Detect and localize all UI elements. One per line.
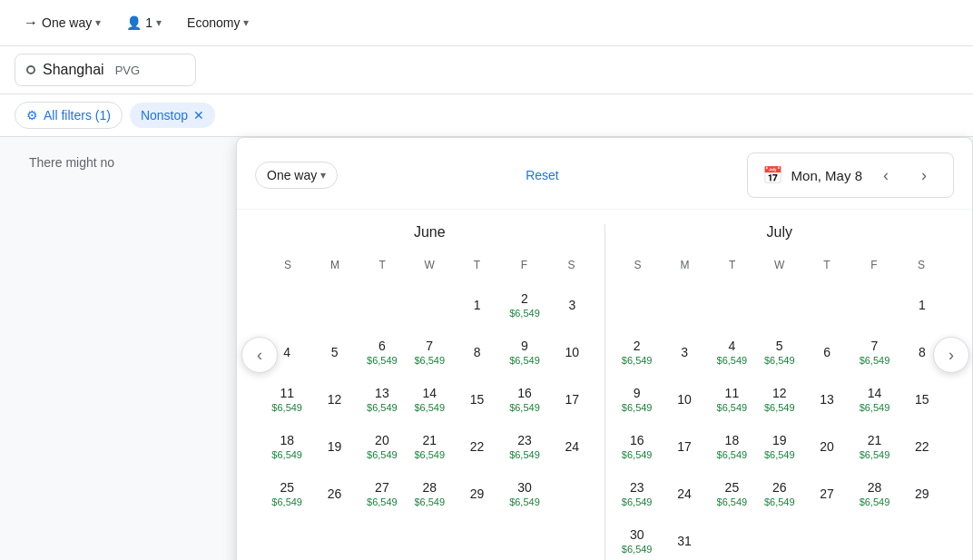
day-number: 15: [470, 392, 485, 407]
table-row[interactable]: 31: [662, 518, 707, 560]
table-row[interactable]: 24: [662, 471, 707, 516]
day-price: $6,549: [622, 496, 653, 507]
day-price: $6,549: [414, 449, 445, 460]
calendar-direction-select[interactable]: One way ▾: [255, 162, 338, 189]
close-icon[interactable]: ✕: [193, 108, 204, 123]
table-row[interactable]: 25$6,549: [709, 471, 754, 516]
table-row[interactable]: 21$6,549: [407, 424, 452, 469]
table-row[interactable]: 17: [662, 424, 707, 469]
table-row[interactable]: 5$6,549: [757, 329, 802, 375]
nonstop-label: Nonstop: [141, 108, 188, 123]
table-row[interactable]: 11$6,549: [264, 377, 310, 422]
table-row[interactable]: 6: [804, 329, 850, 375]
direction-button[interactable]: → One way ▾: [15, 9, 110, 36]
table-row[interactable]: 18$6,549: [264, 424, 310, 469]
table-row[interactable]: 2$6,549: [614, 329, 660, 375]
table-row[interactable]: 28$6,549: [407, 471, 452, 516]
table-row[interactable]: 29: [454, 471, 499, 516]
day-number: 29: [470, 486, 485, 501]
table-row[interactable]: 27$6,549: [359, 471, 405, 516]
date-next-button[interactable]: ›: [909, 161, 939, 190]
table-row[interactable]: 26$6,549: [757, 471, 802, 516]
page-wrapper: → One way ▾ 👤 1 ▾ Economy ▾ Shanghai PVG…: [0, 0, 973, 560]
calendar-next-button[interactable]: ›: [933, 337, 969, 373]
day-price: $6,549: [509, 449, 540, 460]
table-row[interactable]: 24: [549, 424, 595, 469]
day-number: 23: [517, 433, 532, 447]
table-row[interactable]: 29: [899, 471, 945, 516]
table-row[interactable]: 3: [662, 329, 707, 375]
origin-dot-icon: [26, 65, 35, 74]
table-row[interactable]: 20: [804, 424, 850, 469]
table-row[interactable]: 22: [454, 424, 499, 469]
day-number: 10: [677, 392, 692, 407]
table-row[interactable]: 19$6,549: [757, 424, 802, 469]
table-row[interactable]: 22: [899, 424, 945, 469]
table-row[interactable]: 18$6,549: [709, 424, 754, 469]
table-row[interactable]: 7$6,549: [407, 329, 452, 375]
table-row[interactable]: 20$6,549: [359, 424, 405, 469]
origin-field[interactable]: Shanghai PVG: [15, 54, 196, 86]
passengers-label: 1: [145, 15, 152, 30]
table-row[interactable]: 4$6,549: [709, 329, 754, 375]
table-row[interactable]: 5: [311, 329, 357, 375]
day-price: $6,549: [764, 402, 795, 413]
day-number: 12: [772, 386, 787, 400]
day-price: $6,549: [717, 496, 748, 507]
direction-chevron-icon: ▾: [95, 16, 101, 29]
day-number: 14: [422, 386, 437, 400]
reset-button[interactable]: Reset: [526, 168, 559, 182]
table-row[interactable]: 14$6,549: [851, 377, 897, 422]
day-number: 10: [565, 345, 580, 359]
sliders-icon: ⚙: [26, 108, 38, 123]
table-row[interactable]: 21$6,549: [851, 424, 897, 469]
table-row[interactable]: 27: [804, 471, 850, 516]
june-tue-header: T: [359, 255, 406, 275]
table-row[interactable]: 23$6,549: [502, 424, 547, 469]
table-row[interactable]: 13$6,549: [359, 377, 405, 422]
day-price: $6,549: [414, 496, 445, 507]
table-row[interactable]: 6$6,549: [359, 329, 405, 375]
july-calendar: July S M T W T F S 12$6,54934$6,5495$6,5…: [605, 210, 955, 560]
calendar-prev-button[interactable]: ‹: [241, 337, 278, 373]
table-row[interactable]: 19: [311, 424, 357, 469]
table-row[interactable]: 14$6,549: [407, 377, 452, 422]
table-row[interactable]: 7$6,549: [851, 329, 897, 375]
table-row[interactable]: 8: [454, 329, 499, 375]
table-row[interactable]: 10: [549, 329, 595, 375]
table-row[interactable]: 16$6,549: [502, 377, 547, 422]
all-filters-button[interactable]: ⚙ All filters (1): [15, 102, 123, 129]
table-row[interactable]: 15: [899, 377, 945, 422]
table-row[interactable]: 3: [549, 282, 595, 328]
table-row[interactable]: 11$6,549: [709, 377, 754, 422]
table-row[interactable]: 9$6,549: [614, 377, 660, 422]
table-row[interactable]: 30$6,549: [502, 471, 547, 516]
day-number: 28: [422, 480, 437, 495]
table-row[interactable]: 23$6,549: [614, 471, 660, 516]
table-row[interactable]: 28$6,549: [851, 471, 897, 516]
table-row[interactable]: 9$6,549: [502, 329, 547, 375]
day-number: 30: [517, 480, 532, 495]
table-row[interactable]: 25$6,549: [264, 471, 310, 516]
date-prev-button[interactable]: ‹: [871, 161, 900, 190]
day-number: 23: [630, 480, 644, 495]
table-row[interactable]: 10: [662, 377, 707, 422]
passengers-button[interactable]: 👤 1 ▾: [117, 10, 171, 35]
table-row[interactable]: 13: [804, 377, 850, 422]
empty-cell: [804, 282, 850, 328]
table-row[interactable]: 12: [311, 377, 357, 422]
direction-select-chevron-icon: ▾: [320, 169, 326, 182]
table-row[interactable]: 17: [549, 377, 595, 422]
day-number: 17: [565, 392, 580, 407]
table-row[interactable]: 26: [311, 471, 357, 516]
table-row[interactable]: 15: [454, 377, 499, 422]
table-row[interactable]: 30$6,549: [614, 518, 660, 560]
table-row[interactable]: 1: [454, 282, 499, 328]
nonstop-chip[interactable]: Nonstop ✕: [130, 103, 215, 128]
table-row[interactable]: 16$6,549: [614, 424, 660, 469]
table-row[interactable]: 12$6,549: [757, 377, 802, 422]
class-button[interactable]: Economy ▾: [178, 10, 258, 35]
table-row[interactable]: 1: [899, 282, 945, 328]
table-row[interactable]: 2$6,549: [502, 282, 547, 328]
day-number: 1: [474, 298, 481, 312]
